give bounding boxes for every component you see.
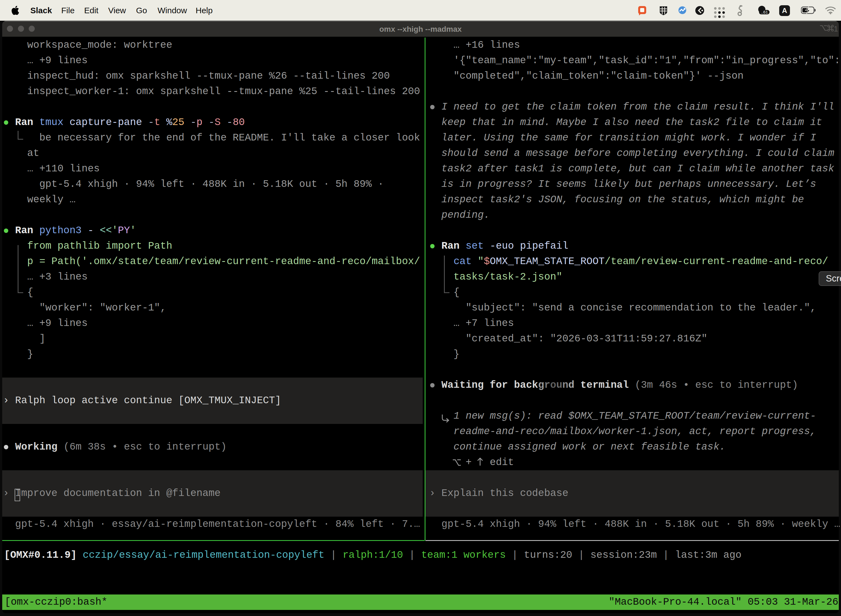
svg-text:..61: ..61	[761, 10, 768, 14]
